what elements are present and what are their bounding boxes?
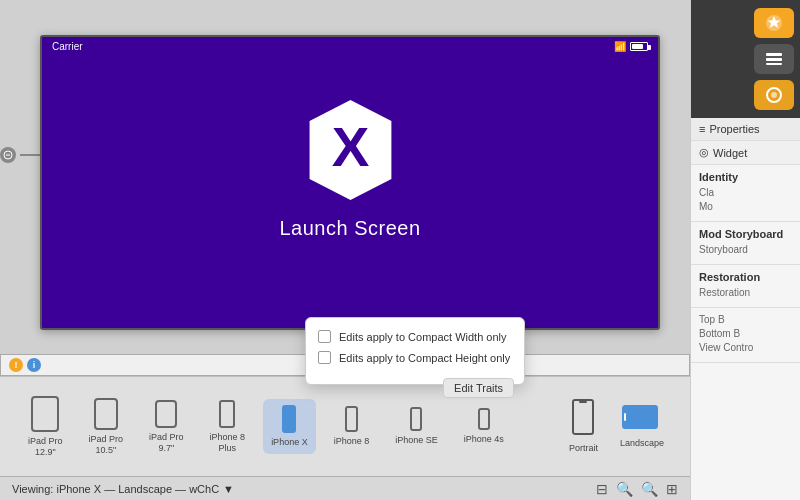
storyboard-title: Mod Storyboard	[699, 228, 792, 240]
iphone-x-label: iPhone X	[271, 437, 308, 448]
viewing-label: Viewing: iPhone X — Landscape — wChC	[12, 483, 219, 495]
svg-rect-5	[579, 401, 587, 403]
viewing-dropdown-arrow[interactable]: ▼	[223, 483, 234, 495]
device-iphone-x[interactable]: iPhone X	[263, 399, 316, 454]
zoom-out-button[interactable]: 🔍	[616, 482, 633, 496]
amber-icon-button[interactable]	[754, 80, 794, 110]
popup-box: Edits apply to Compact Width only Edits …	[305, 317, 525, 385]
iphone-canvas: Carrier 📶 X	[40, 35, 660, 330]
svg-rect-4	[573, 400, 593, 434]
iphone-8-outline	[345, 406, 358, 432]
widget-icon: ◎	[699, 146, 709, 159]
restoration-row: Restoration	[699, 287, 792, 298]
identity-title: Identity	[699, 171, 792, 183]
ipad-outline-lg	[31, 396, 59, 432]
ipad-outline-md	[94, 398, 118, 430]
device-iphone-se[interactable]: iPhone SE	[387, 401, 446, 452]
restoration-label: Restoration	[699, 287, 750, 298]
canvas-area: Carrier 📶 X	[0, 0, 690, 500]
compact-width-row: Edits apply to Compact Width only	[318, 330, 512, 343]
device-iphone-4s[interactable]: iPhone 4s	[456, 402, 512, 451]
compact-width-checkbox[interactable]	[318, 330, 331, 343]
iphone-x-outline	[282, 405, 296, 433]
iphone-se-icon	[410, 407, 422, 431]
zoom-reset-button[interactable]: ⊞	[666, 482, 678, 496]
landscape-label: Landscape	[620, 438, 664, 449]
view-contro-label: View Contro	[699, 342, 753, 353]
portrait-label: Portrait	[569, 443, 598, 454]
status-bar-right: 📶	[614, 41, 648, 52]
widget-header: ◎ Widget	[691, 141, 800, 165]
carrier-label: Carrier	[52, 41, 83, 52]
bottom-b-label: Bottom B	[699, 328, 740, 339]
right-panel: ≡ Properties ◎ Widget Identity Cla Mo	[690, 0, 800, 500]
orientation-portrait[interactable]: Portrait	[563, 395, 604, 458]
top-b-row: Top B	[699, 314, 792, 325]
svg-rect-10	[766, 53, 782, 56]
compact-height-checkbox[interactable]	[318, 351, 331, 364]
storyboard-row: Storyboard	[699, 244, 792, 255]
device-ipad-pro-9[interactable]: iPad Pro9.7"	[141, 394, 192, 460]
grid-icon-button[interactable]	[754, 44, 794, 74]
ipad-outline-sm	[155, 400, 177, 428]
hexagon-icon: X	[300, 95, 400, 205]
zoom-in-button[interactable]: 🔍	[641, 482, 658, 496]
iphone-se-outline	[410, 407, 422, 431]
xamarin-logo: X Launch Screen	[279, 95, 420, 240]
battery-icon	[630, 42, 648, 51]
orientation-landscape[interactable]: Landscape	[614, 400, 670, 453]
app-container: Carrier 📶 X	[0, 0, 800, 500]
compact-height-row: Edits apply to Compact Height only	[318, 351, 512, 364]
identity-module-row: Mo	[699, 201, 792, 212]
widget-label: Widget	[713, 147, 747, 159]
ipad-pro-12-label: iPad Pro12.9"	[28, 436, 63, 458]
device-iphone-8[interactable]: iPhone 8	[326, 400, 378, 453]
bottom-status-bar: Viewing: iPhone X — Landscape — wChC ▼ ⊟…	[0, 476, 690, 500]
properties-label: Properties	[709, 123, 759, 135]
ipad-pro-9-icon	[155, 400, 177, 428]
wifi-icon: 📶	[614, 41, 626, 52]
zoom-fit-button[interactable]: ⊟	[596, 482, 608, 496]
svg-rect-11	[766, 58, 782, 61]
properties-panel: ≡ Properties ◎ Widget Identity Cla Mo	[691, 118, 800, 500]
iphone-8-plus-icon	[219, 400, 235, 428]
svg-rect-7	[624, 413, 626, 421]
restoration-section: Restoration Restoration	[691, 265, 800, 308]
iphone-4s-outline	[478, 408, 490, 430]
status-bar: Carrier 📶	[42, 37, 658, 57]
storyboard-section: Mod Storyboard Storyboard	[691, 222, 800, 265]
class-label: Cla	[699, 187, 714, 198]
viewing-info: Viewing: iPhone X — Landscape — wChC ▼	[12, 483, 234, 495]
bottom-b-row: Bottom B	[699, 328, 792, 339]
extra-section: Top B Bottom B View Contro	[691, 308, 800, 363]
storyboard-label: Storyboard	[699, 244, 748, 255]
top-b-label: Top B	[699, 314, 725, 325]
device-picker: iPad Pro12.9" iPad Pro10.5" iPad Pro9.7"	[0, 376, 690, 476]
edit-traits-button[interactable]: Edit Traits	[443, 378, 514, 398]
restoration-title: Restoration	[699, 271, 792, 283]
device-iphone-8-plus[interactable]: iPhone 8Plus	[202, 394, 254, 460]
launch-screen-text: Launch Screen	[279, 217, 420, 240]
device-ipad-pro-10[interactable]: iPad Pro10.5"	[81, 392, 132, 462]
ipad-pro-9-label: iPad Pro9.7"	[149, 432, 184, 454]
device-ipad-pro-12[interactable]: iPad Pro12.9"	[20, 390, 71, 464]
ipad-pro-10-label: iPad Pro10.5"	[89, 434, 124, 456]
portrait-icon	[571, 399, 595, 439]
iphone-8-plus-outline	[219, 400, 235, 428]
compact-height-label: Edits apply to Compact Height only	[339, 352, 510, 364]
iphone-8-icon	[345, 406, 358, 432]
connector-circle	[0, 147, 16, 163]
svg-rect-12	[766, 63, 782, 65]
svg-text:X: X	[331, 115, 369, 178]
star-icon-button[interactable]	[754, 8, 794, 38]
battery-fill	[632, 44, 643, 49]
iphone-8-plus-label: iPhone 8Plus	[210, 432, 246, 454]
ipad-pro-12-icon	[31, 396, 59, 432]
popup-overlay: Edits apply to Compact Width only Edits …	[305, 317, 525, 385]
zoom-controls: ⊟ 🔍 🔍 ⊞	[596, 482, 678, 496]
identity-class-row: Cla	[699, 187, 792, 198]
iphone-se-label: iPhone SE	[395, 435, 438, 446]
landscape-icon	[622, 404, 662, 434]
canvas-wrapper: Carrier 📶 X	[0, 0, 690, 354]
properties-icon: ≡	[699, 123, 705, 135]
